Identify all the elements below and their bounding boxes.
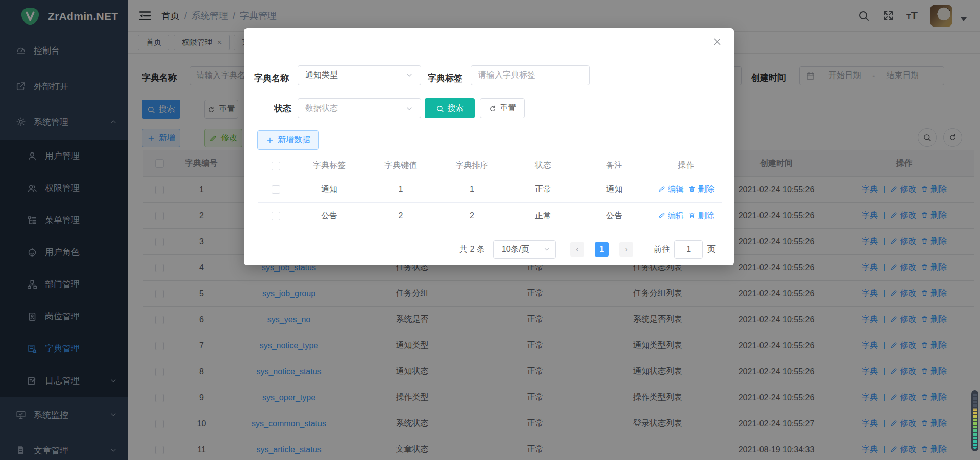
scrollbar-marker[interactable] (971, 390, 978, 451)
modal-status-label: 状态 (254, 98, 291, 118)
pagination: 共 2 条 10条/页 ‹ 1 › 前往 1 页 (459, 240, 716, 259)
modal-table-header-row: 字典标签字典键值字典排序状态备注操作 (258, 156, 722, 176)
modal-dict-label-input[interactable]: 请输入字典标签 (471, 65, 590, 85)
row-checkbox[interactable] (272, 212, 280, 220)
modal-reset-button[interactable]: 重置 (480, 98, 525, 118)
cell-dict-label: 公告 (293, 202, 365, 229)
cell-status: 正常 (507, 202, 579, 229)
modal-add-data-button[interactable]: 新增数据 (257, 130, 319, 150)
modal-dict-name-label: 字典名称 (254, 68, 289, 88)
cell-actions: 编辑 删除 (650, 202, 722, 229)
edit-link[interactable]: 编辑 (658, 211, 684, 220)
cell-dict-value: 2 (365, 202, 436, 229)
chevron-down-icon (405, 71, 413, 80)
app-root: ZrAdmin.NET 控制台外部打开系统管理用户管理权限管理菜单管理用户角色部… (0, 0, 980, 460)
modal-dict-name-select[interactable]: 通知类型 (298, 65, 421, 85)
cell-status: 正常 (507, 176, 579, 202)
page-unit-label: 页 (707, 244, 716, 255)
cell-actions: 编辑 删除 (650, 176, 722, 202)
modal-table-row: 公告22正常公告 编辑 删除 (258, 202, 722, 229)
cell-dict-value: 1 (365, 176, 436, 202)
select-all-checkbox[interactable] (272, 162, 280, 170)
next-page-button[interactable]: › (619, 242, 633, 257)
row-checkbox[interactable] (272, 185, 280, 194)
modal-column-header: 操作 (650, 156, 722, 176)
modal-status-select[interactable]: 数据状态 (298, 98, 421, 118)
delete-link[interactable]: 删除 (688, 211, 714, 220)
prev-page-button[interactable]: ‹ (570, 242, 584, 257)
close-icon[interactable] (712, 36, 723, 47)
goto-page-input[interactable]: 1 (674, 240, 703, 259)
modal-column-header: 字典键值 (365, 156, 436, 176)
modal-dict-label-label: 字典标签 (428, 68, 462, 88)
cell-remark: 通知 (579, 176, 650, 202)
cell-dict-label: 通知 (293, 176, 365, 202)
modal-table-row: 通知11正常通知 编辑 删除 (258, 176, 722, 202)
modal-column-header: 备注 (579, 156, 650, 176)
page-size-select[interactable]: 10条/页 (493, 240, 556, 259)
modal-search-button[interactable]: 搜索 (425, 98, 475, 118)
chevron-down-icon (405, 105, 413, 113)
edit-link[interactable]: 编辑 (658, 185, 684, 193)
cell-dict-sort: 2 (436, 202, 507, 229)
pagination-total: 共 2 条 (459, 244, 485, 255)
cell-remark: 公告 (579, 202, 650, 229)
modal-column-header: 状态 (507, 156, 579, 176)
current-page-button[interactable]: 1 (595, 242, 609, 257)
dict-data-table: 字典标签字典键值字典排序状态备注操作 通知11正常通知 编辑 删除公告22正常公… (258, 156, 722, 229)
modal-column-header: 字典标签 (293, 156, 365, 176)
chevron-down-icon (543, 246, 550, 253)
delete-link[interactable]: 删除 (688, 185, 714, 193)
goto-label: 前往 (654, 244, 670, 255)
cell-dict-sort: 1 (436, 176, 507, 202)
modal-column-header: 字典排序 (436, 156, 507, 176)
dict-data-dialog: 字典名称 通知类型 字典标签 请输入字典标签 状态 数据状态 搜索 重置 新增数… (244, 28, 734, 265)
